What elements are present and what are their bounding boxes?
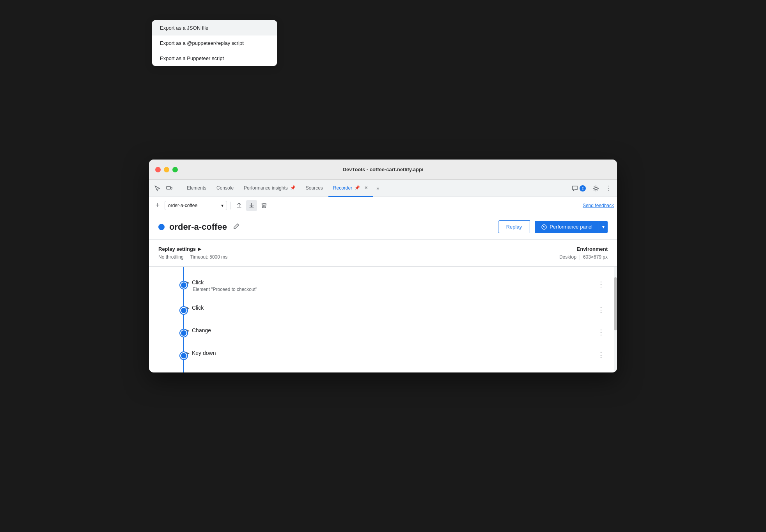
step-1-content: ▶ Click Element "Proceed to checkout" [174, 279, 588, 292]
step-1-subtitle: Element "Proceed to checkout" [186, 287, 588, 292]
environment-size: 603×679 px [583, 254, 608, 260]
step-2-content: ▶ Click [174, 305, 588, 311]
tab-recorder[interactable]: Recorder 📌 ✕ [328, 180, 373, 197]
step-3-header: ▶ Change [186, 327, 588, 333]
replay-settings-toggle[interactable]: Replay settings ▶ [158, 246, 559, 252]
recording-name-label: order-a-coffee [168, 203, 197, 208]
chevron-down-perf-icon: ▾ [602, 224, 605, 230]
toolbar-separator [230, 202, 231, 209]
environment-settings-right: Environment Desktop 603×679 px [559, 246, 608, 260]
add-recording-button[interactable]: + [152, 200, 163, 211]
environment-type: Desktop [559, 254, 576, 260]
recorder-toolbar: + order-a-coffee ▾ Send feedback [149, 197, 617, 214]
chevron-down-icon: ▾ [221, 203, 223, 208]
svg-rect-1 [171, 187, 172, 189]
step-4-more-button[interactable]: ⋮ [594, 350, 608, 360]
env-separator [580, 255, 580, 260]
performance-panel-button-group: Performance panel ▾ [535, 221, 608, 233]
replay-settings-label: Replay settings [158, 246, 196, 252]
plus-icon: + [156, 201, 160, 209]
title-bar: DevTools - coffee-cart.netlify.app/ [149, 160, 617, 180]
recorder-tab-close-button[interactable]: ✕ [363, 185, 369, 191]
svg-point-4 [544, 226, 545, 227]
recorder-pin-icon: 📌 [355, 185, 360, 190]
devtools-window: DevTools - coffee-cart.netlify.app/ Elem… [149, 160, 617, 372]
recording-header: order-a-coffee Replay Performance panel … [149, 214, 617, 240]
step-item: ▶ Click ⋮ [149, 298, 617, 321]
svg-rect-0 [167, 186, 170, 189]
step-4-type: Key down [192, 350, 216, 356]
replay-button[interactable]: Replay [498, 220, 530, 233]
settings-separator [187, 255, 187, 260]
step-item: ▶ Click Element "Proceed to checkout" ⋮ [149, 273, 617, 298]
step-dot-3 [180, 330, 187, 337]
step-dot-4 [180, 352, 187, 359]
tab-icon-group [152, 183, 178, 194]
pencil-icon [233, 223, 239, 229]
step-2-header: ▶ Click [186, 305, 588, 311]
minimize-button[interactable] [164, 167, 169, 172]
performance-panel-dropdown-button[interactable]: ▾ [599, 221, 608, 233]
more-options-icon-button[interactable]: ⋮ [603, 183, 614, 194]
gear-icon [593, 185, 599, 192]
steps-container: ▶ Click Element "Proceed to checkout" ⋮ … [149, 267, 617, 372]
performance-icon [541, 224, 547, 230]
settings-icon-button[interactable] [590, 183, 601, 194]
step-1-type: Click [192, 279, 204, 286]
step-dot-1 [180, 282, 187, 289]
upload-recording-button[interactable] [234, 200, 245, 211]
more-vert-icon: ⋮ [606, 184, 612, 192]
step-4-content: ▶ Key down [174, 350, 588, 356]
step-item: ▶ Key down ⋮ [149, 344, 617, 366]
performance-panel-label: Performance panel [550, 224, 592, 230]
send-feedback-link[interactable]: Send feedback [583, 203, 614, 208]
trash-icon [261, 202, 267, 209]
step-3-content: ▶ Change [174, 327, 588, 333]
replay-settings-meta: No throttling Timeout: 5000 ms [158, 254, 559, 260]
device-icon [166, 185, 172, 192]
edit-recording-name-button[interactable] [233, 223, 239, 231]
chat-badge: 2 [580, 185, 586, 192]
export-recording-button[interactable] [246, 200, 257, 211]
step-dot-2 [180, 307, 187, 314]
cursor-icon [154, 185, 161, 192]
more-tabs-button[interactable]: » [374, 183, 381, 194]
step-item: ▶ Change ⋮ [149, 321, 617, 344]
tab-sources[interactable]: Sources [301, 180, 328, 197]
recording-title: order-a-coffee [169, 222, 227, 232]
upload-icon [236, 202, 242, 209]
scrollbar-thumb[interactable] [614, 277, 617, 330]
device-toolbar-icon-button[interactable] [164, 183, 175, 194]
devtools-tabs: Elements Console Performance insights 📌 … [149, 180, 617, 197]
tab-performance-insights[interactable]: Performance insights 📌 [239, 180, 300, 197]
step-1-header: ▶ Click [186, 279, 588, 286]
recording-status-dot [158, 224, 165, 230]
replay-settings-left: Replay settings ▶ No throttling Timeout:… [158, 246, 559, 260]
window-title: DevTools - coffee-cart.netlify.app/ [343, 167, 424, 172]
step-2-more-button[interactable]: ⋮ [594, 305, 608, 315]
replay-settings-arrow-icon: ▶ [198, 247, 201, 251]
recording-selector[interactable]: order-a-coffee ▾ [165, 201, 227, 210]
delete-recording-button[interactable] [259, 200, 270, 211]
step-3-type: Change [192, 327, 211, 333]
timeout-value: Timeout: 5000 ms [190, 254, 228, 260]
environment-label: Environment [559, 246, 608, 252]
step-1-more-button[interactable]: ⋮ [594, 279, 608, 289]
tab-elements[interactable]: Elements [182, 180, 211, 197]
step-3-more-button[interactable]: ⋮ [594, 327, 608, 337]
tab-console[interactable]: Console [212, 180, 238, 197]
chat-button[interactable]: 2 [569, 184, 589, 193]
cursor-icon-button[interactable] [152, 183, 163, 194]
performance-panel-button[interactable]: Performance panel [535, 221, 599, 233]
chat-icon [572, 185, 578, 192]
step-2-type: Click [192, 305, 204, 311]
performance-insights-pin-icon: 📌 [290, 185, 296, 190]
step-4-header: ▶ Key down [186, 350, 588, 356]
settings-section: Replay settings ▶ No throttling Timeout:… [149, 240, 617, 267]
traffic-lights [155, 167, 178, 172]
scrollbar-track [614, 267, 617, 372]
environment-meta: Desktop 603×679 px [559, 254, 608, 260]
maximize-button[interactable] [172, 167, 178, 172]
close-button[interactable] [155, 167, 161, 172]
tab-right-actions: 2 ⋮ [569, 183, 614, 194]
